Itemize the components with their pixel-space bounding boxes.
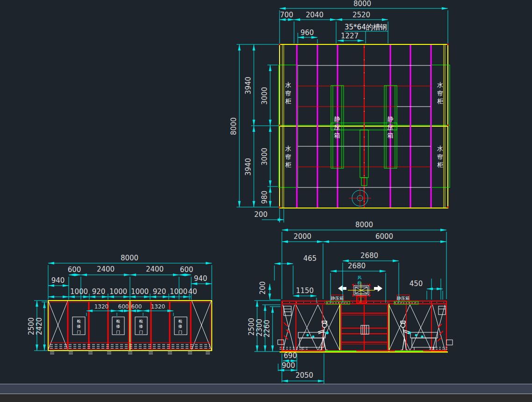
water-curtain-label-top-left: 水帘柜 — [285, 81, 291, 106]
plan-dim-2520: 2520 — [352, 11, 370, 19]
airflow-arrow-left — [338, 285, 346, 292]
front-dim-1000d: 1000 — [170, 287, 187, 296]
door-label-3: 检修门 — [139, 319, 143, 335]
front-dim-2500: 2500 — [27, 317, 36, 335]
front-dim-40: 40 — [188, 287, 197, 296]
plenum-label-plan-right: 静压箱 — [387, 115, 394, 140]
side-dim-2680-inner: 2680 — [348, 262, 366, 270]
door-label-2: 检修门 — [116, 319, 120, 335]
front-dim-920a: 920 — [92, 287, 106, 296]
svg-text:静压箱: 静压箱 — [331, 296, 344, 301]
svg-text:静压箱: 静压箱 — [396, 296, 410, 301]
plan-dim-2040: 2040 — [306, 11, 324, 19]
side-elevation-view[interactable]: 静压箱 静压箱 — [247, 221, 453, 384]
plan-dimensions[interactable]: 8000 700 2040 2520 960 1227 35*64的槽钢 800… — [230, 0, 448, 223]
front-dim-2400a: 2400 — [97, 265, 115, 273]
front-dim-overall: 8000 — [121, 254, 138, 262]
side-dim-overall: 8000 — [355, 221, 373, 229]
plan-dim-200: 200 — [254, 210, 268, 219]
worker-right — [401, 321, 410, 350]
front-dim-940l: 940 — [51, 276, 65, 285]
front-dim-1320b: 1320 — [151, 303, 165, 310]
side-dimensions[interactable]: 8000 2000 6000 465 200 2680 2680 1150 45… — [247, 221, 446, 384]
water-curtain-label-top-right: 水帘柜 — [437, 81, 443, 106]
plenum-label-left: 静压箱 — [326, 295, 350, 304]
plan-dim-overall-left: 8000 — [230, 117, 238, 135]
door-label-1: 检修门 — [77, 319, 81, 335]
front-dim-1000b: 1000 — [109, 287, 127, 296]
plan-dim-3940-upper: 3940 — [244, 77, 252, 94]
side-dim-2050: 2050 — [295, 371, 313, 380]
fan-label: 风机 — [357, 275, 362, 286]
front-dim-2420: 2420 — [35, 317, 43, 335]
side-dim-200: 200 — [259, 281, 267, 295]
channel-steel-note: 35*64的槽钢 — [345, 23, 387, 31]
front-dim-600a: 600 — [68, 266, 81, 274]
left-frame-column[interactable] — [278, 301, 309, 352]
front-elevation-view[interactable]: 8000 600 2400 2400 600 940 940 1000 920 … — [27, 254, 212, 354]
front-floor-grating — [50, 343, 210, 354]
side-dim-465: 465 — [303, 254, 317, 263]
front-dim-920b: 920 — [153, 287, 166, 296]
command-bar[interactable] — [0, 394, 532, 402]
plan-view[interactable]: 8000 700 2040 2520 960 1227 35*64的槽钢 800… — [230, 0, 450, 223]
front-dim-600d: 600 — [131, 303, 142, 310]
front-dim-1320a: 1320 — [94, 303, 109, 310]
plan-dim-980: 980 — [260, 191, 269, 204]
front-dim-1000a: 1000 — [70, 287, 88, 296]
side-dim-2260: 2260 — [263, 320, 271, 337]
front-dim-2400b: 2400 — [146, 265, 164, 273]
front-dim-940r: 940 — [194, 274, 208, 283]
plenum-label-right: 静压箱 — [394, 295, 418, 304]
side-dim-2680-outer: 2680 — [360, 251, 378, 260]
water-curtain-label-bottom-right: 水帘柜 — [437, 144, 443, 169]
side-dim-2500: 2500 — [247, 318, 256, 336]
fan-circle[interactable] — [349, 188, 371, 208]
front-dim-600b: 600 — [180, 266, 194, 274]
side-dim-450: 450 — [410, 280, 423, 288]
cad-canvas[interactable]: 8000 700 2040 2520 960 1227 35*64的槽钢 800… — [0, 0, 532, 402]
status-bar[interactable] — [0, 384, 532, 394]
plan-dim-700: 700 — [280, 11, 294, 19]
side-dim-900: 900 — [282, 361, 295, 370]
plenum-label-plan-left: 静压箱 — [334, 115, 340, 140]
door-label-4: 检修门 — [178, 319, 182, 335]
side-dim-2000: 2000 — [294, 232, 311, 241]
airflow-arrow-right — [374, 285, 382, 292]
front-dim-600c: 600 — [118, 303, 129, 310]
center-door-frame[interactable] — [340, 304, 389, 352]
side-dim-1150: 1150 — [296, 287, 314, 295]
water-curtain-label-bottom-left: 水帘柜 — [285, 144, 291, 169]
plan-dim-3000-upper: 3000 — [260, 87, 269, 105]
plan-dim-1227: 1227 — [341, 32, 359, 40]
front-mullions[interactable] — [68, 302, 191, 349]
plan-dim-overall-top: 8000 — [353, 0, 371, 8]
plan-dim-3000-lower: 3000 — [260, 148, 269, 165]
side-dim-6000: 6000 — [375, 232, 393, 241]
front-dim-1000c: 1000 — [131, 287, 149, 296]
plan-dim-960: 960 — [301, 29, 314, 37]
plan-dim-3940-lower: 3940 — [244, 158, 252, 176]
side-dim-690: 690 — [284, 352, 297, 360]
right-frame-column[interactable] — [429, 301, 453, 352]
